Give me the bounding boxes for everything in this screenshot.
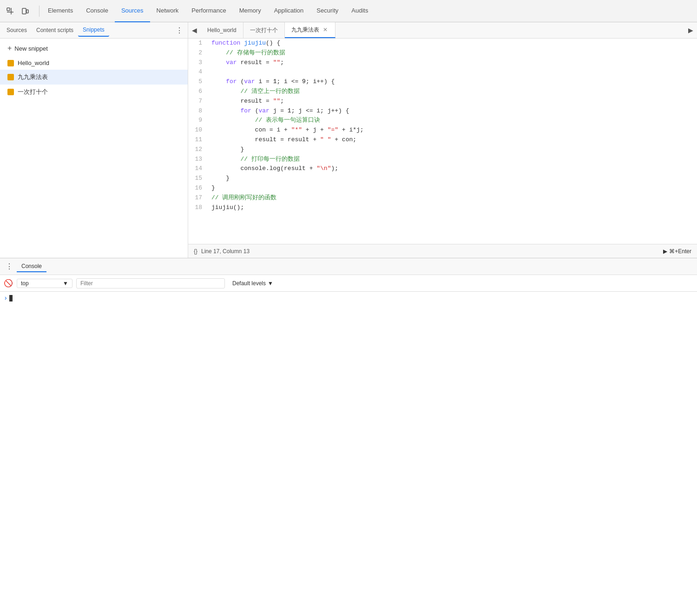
snippet-file-icon (7, 74, 14, 80)
new-snippet-plus-icon: + (7, 44, 12, 52)
console-context-select[interactable]: top ▼ (17, 279, 72, 288)
table-row: 14 console.log(result + "\n"); (188, 164, 697, 174)
console-tab-label[interactable]: Console (17, 261, 46, 272)
console-body[interactable]: › (0, 292, 697, 616)
tab-performance[interactable]: Performance (185, 0, 232, 22)
console-prompt-arrow: › (4, 295, 7, 302)
snippet-item-yici[interactable]: 一次打十个 (0, 85, 188, 99)
editor-tab-close-button[interactable]: ✕ (322, 26, 329, 33)
table-row: 1 function jiujiu() { (188, 39, 697, 48)
left-tab-sources[interactable]: Sources (2, 24, 32, 36)
devtools-main: Sources Content scripts Snippets ⋮ + New… (0, 22, 697, 258)
editor-tab-jiujiu[interactable]: 九九乘法表 ✕ (285, 22, 335, 38)
console-context-value: top (21, 280, 29, 287)
editor-tab-left-arrow[interactable]: ◀ (188, 25, 201, 36)
editor-tabs: ◀ Hello_world 一次打十个 九九乘法表 ✕ ▶ (188, 22, 697, 39)
device-toggle-button[interactable] (19, 5, 32, 18)
svg-rect-0 (7, 8, 10, 11)
editor-tab-label: Hello_world (207, 27, 237, 33)
console-level-value: Default levels (232, 280, 266, 287)
devtools-toolbar: Elements Console Sources Network Perform… (0, 0, 697, 22)
left-panel-tabs: Sources Content scripts Snippets ⋮ (0, 22, 188, 39)
left-panel: Sources Content scripts Snippets ⋮ + New… (0, 22, 188, 258)
table-row: 3 var result = ""; (188, 58, 697, 68)
table-row: 18 jiujiu(); (188, 203, 697, 213)
table-row: 17 // 调用刚刚写好的函数 (188, 193, 697, 203)
table-row: 12 } (188, 145, 697, 155)
inspect-element-button[interactable] (4, 5, 17, 18)
run-shortcut: ⌘+Enter (669, 248, 691, 255)
table-row: 6 // 清空上一行的数据 (188, 87, 697, 97)
console-cursor (9, 295, 13, 301)
console-panel: ⋮ Console 🚫 top ▼ Default levels ▼ › (0, 258, 697, 616)
snippet-file-icon (7, 60, 14, 66)
toolbar-icon-group (4, 5, 32, 18)
editor-status-bar: {} Line 17, Column 13 ▶ ⌘+Enter (188, 244, 697, 258)
tab-memory[interactable]: Memory (233, 0, 268, 22)
tab-network[interactable]: Network (150, 0, 185, 22)
editor-run-button[interactable]: ▶ (684, 25, 697, 36)
left-tab-snippets[interactable]: Snippets (78, 24, 109, 37)
new-snippet-label: New snippet (14, 45, 48, 52)
console-more-button[interactable]: ⋮ (4, 261, 15, 272)
code-editor-panel: ◀ Hello_world 一次打十个 九九乘法表 ✕ ▶ 1 function… (188, 22, 697, 258)
console-toolbar: 🚫 top ▼ Default levels ▼ (0, 275, 697, 292)
chevron-down-icon: ▼ (63, 280, 68, 287)
cursor-position: Line 17, Column 13 (201, 248, 250, 255)
tab-security[interactable]: Security (310, 0, 345, 22)
table-row: 8 for (var j = 1; j <= i; j++) { (188, 106, 697, 116)
table-row: 9 // 表示每一句运算口诀 (188, 116, 697, 125)
table-row: 15 } (188, 174, 697, 183)
snippet-name: 九九乘法表 (18, 73, 48, 81)
chevron-down-icon: ▼ (268, 280, 273, 287)
new-snippet-button[interactable]: + New snippet (0, 40, 188, 56)
tab-application[interactable]: Application (268, 0, 310, 22)
table-row: 4 (188, 67, 697, 77)
toolbar-divider (39, 6, 39, 17)
editor-tab-yici[interactable]: 一次打十个 (243, 22, 285, 38)
code-editor-content[interactable]: 1 function jiujiu() { 2 // 存储每一行的数据 3 va… (188, 39, 697, 244)
tab-console[interactable]: Console (79, 0, 115, 22)
table-row: 10 con = i + "*" + j + "=" + i*j; (188, 125, 697, 135)
format-icon[interactable]: {} (194, 248, 197, 255)
editor-tab-label: 九九乘法表 (291, 26, 319, 34)
left-tab-content-scripts[interactable]: Content scripts (32, 24, 78, 36)
svg-rect-3 (22, 8, 26, 14)
snippet-item-jiujiu[interactable]: 九九乘法表 (0, 70, 188, 85)
snippet-name: 一次打十个 (18, 88, 48, 96)
main-tab-nav: Elements Console Sources Network Perform… (41, 0, 693, 22)
console-level-select[interactable]: Default levels ▼ (229, 279, 277, 288)
console-filter-input[interactable] (76, 278, 225, 288)
tab-audits[interactable]: Audits (345, 0, 375, 22)
table-row: 11 result = result + " " + con; (188, 135, 697, 145)
table-row: 2 // 存储每一行的数据 (188, 48, 697, 58)
table-row: 5 for (var i = 1; i <= 9; i++) { (188, 77, 697, 87)
console-header: ⋮ Console (0, 258, 697, 275)
console-clear-button[interactable]: 🚫 (4, 279, 13, 288)
left-panel-more-button[interactable]: ⋮ (173, 24, 186, 37)
editor-tab-label: 一次打十个 (250, 26, 278, 34)
table-row: 7 result = ""; (188, 97, 697, 106)
console-prompt-line: › (4, 295, 693, 302)
tab-sources[interactable]: Sources (115, 0, 150, 22)
snippet-name: Hello_world (18, 59, 49, 66)
run-icon: ▶ (663, 248, 667, 255)
snippet-list: + New snippet Hello_world 九九乘法表 一次打十个 (0, 39, 188, 258)
code-table: 1 function jiujiu() { 2 // 存储每一行的数据 3 va… (188, 39, 697, 212)
table-row: 16 } (188, 183, 697, 193)
snippet-item-hello-world[interactable]: Hello_world (0, 56, 188, 70)
tab-elements[interactable]: Elements (41, 0, 79, 22)
svg-rect-4 (26, 10, 28, 13)
editor-tab-hello-world[interactable]: Hello_world (201, 22, 243, 38)
run-snippet-button[interactable]: ▶ ⌘+Enter (663, 248, 691, 255)
status-left: {} Line 17, Column 13 (194, 248, 250, 255)
table-row: 13 // 打印每一行的数据 (188, 155, 697, 164)
snippet-file-icon (7, 89, 14, 95)
